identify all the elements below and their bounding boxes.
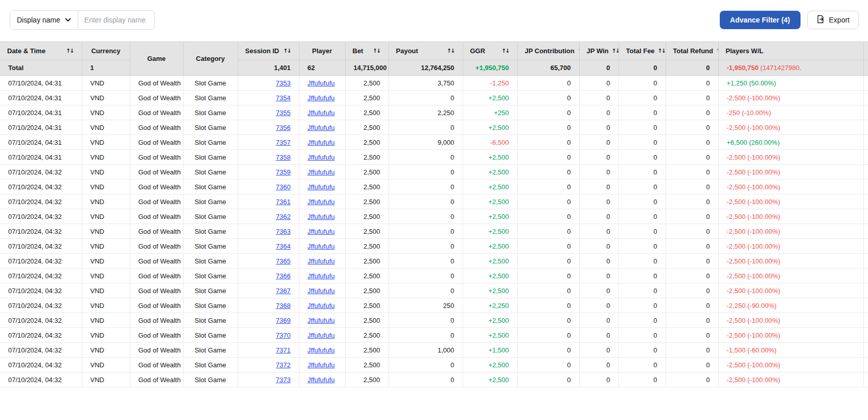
display-name-input[interactable] (84, 16, 155, 24)
scrollbar-gutter (863, 180, 868, 194)
session_id-link[interactable]: 7364 (276, 242, 291, 250)
cell-jp_win: 0 (579, 254, 619, 269)
cell-currency: VND (82, 372, 130, 387)
player-link[interactable]: Jffufufufu (308, 94, 335, 102)
player-link[interactable]: Jffufufufu (308, 317, 335, 324)
player-link[interactable]: Jffufufufu (308, 213, 335, 220)
cell-jp_contribution: 0 (517, 372, 579, 387)
session_id-link[interactable]: 7367 (276, 287, 291, 295)
player-link[interactable]: Jffufufufu (308, 361, 335, 369)
column-header-datetime[interactable]: Date & Time↑↓ (0, 42, 82, 60)
player-link[interactable]: Jffufufufu (308, 346, 335, 354)
cell-ggr: +2,500 (463, 194, 517, 209)
player-link[interactable]: Jffufufufu (308, 168, 335, 176)
total-total-fee: 0 (619, 60, 666, 76)
display-name-dropdown[interactable]: Display name (10, 11, 78, 29)
column-header-total-fee[interactable]: Total Fee↑↓ (619, 42, 666, 60)
cell-category: Slot Game (183, 313, 238, 328)
player-link[interactable]: Jffufufufu (308, 79, 335, 87)
player-link[interactable]: Jffufufufu (308, 257, 335, 265)
player-link[interactable]: Jffufufufu (308, 376, 335, 384)
session_id-link[interactable]: 7356 (276, 124, 291, 131)
sessions-table: Date & Time↑↓ Currency Game Category Ses… (0, 41, 868, 387)
session_id-link[interactable]: 7359 (276, 168, 291, 176)
session_id-link[interactable]: 7360 (276, 183, 291, 191)
cell-game: God of Wealth (130, 239, 183, 254)
total-currency: 1 (82, 60, 130, 76)
column-header-session-id[interactable]: Session ID↑↓ (238, 42, 299, 60)
player-link[interactable]: Jffufufufu (308, 139, 335, 146)
cell-total_refund: 0 (666, 283, 718, 298)
session_id-link[interactable]: 7365 (276, 257, 291, 265)
cell-jp_contribution: 0 (517, 283, 579, 298)
sort-icon: ↑↓ (283, 48, 291, 54)
cell-ggr: +2,500 (463, 209, 517, 224)
cell-jp_contribution: 0 (517, 224, 579, 239)
session_id-link[interactable]: 7371 (276, 346, 291, 354)
session_id-link[interactable]: 7355 (276, 109, 291, 117)
session_id-link[interactable]: 7362 (276, 213, 291, 220)
cell-category: Slot Game (183, 239, 238, 254)
player-link[interactable]: Jffufufufu (308, 109, 335, 117)
session_id-link[interactable]: 7370 (276, 331, 291, 339)
cell-game: God of Wealth (130, 180, 183, 194)
player-link[interactable]: Jffufufufu (308, 287, 335, 295)
cell-players_wl: -1,500 (-60.00%) (718, 343, 863, 358)
cell-currency: VND (82, 254, 130, 269)
cell-player: Jffufufufu (299, 298, 345, 313)
cell-bet: 2,500 (345, 120, 389, 135)
session_id-link[interactable]: 7354 (276, 94, 291, 102)
session_id-link[interactable]: 7358 (276, 153, 291, 161)
column-header-bet[interactable]: Bet↑↓ (345, 42, 389, 60)
player-link[interactable]: Jffufufufu (308, 331, 335, 339)
cell-bet: 2,500 (345, 209, 389, 224)
session_id-link[interactable]: 7366 (276, 272, 291, 280)
scrollbar-gutter (863, 42, 868, 60)
cell-category: Slot Game (183, 135, 238, 150)
cell-datetime: 07/10/2024, 04:31 (0, 105, 82, 120)
cell-game: God of Wealth (130, 91, 183, 105)
player-link[interactable]: Jffufufufu (308, 302, 335, 310)
player-link[interactable]: Jffufufufu (308, 153, 335, 161)
table-row: 07/10/2024, 04:31VNDGod of WealthSlot Ga… (0, 135, 868, 150)
session_id-link[interactable]: 7372 (276, 361, 291, 369)
session_id-link[interactable]: 7369 (276, 317, 291, 324)
column-header-payout[interactable]: Payout↑↓ (389, 42, 463, 60)
cell-bet: 2,500 (345, 283, 389, 298)
cell-ggr: +1,500 (463, 343, 517, 358)
player-link[interactable]: Jffufufufu (308, 242, 335, 250)
column-header-total-refund[interactable]: Total Refund↑↓ (666, 42, 718, 60)
player-link[interactable]: Jffufufufu (308, 124, 335, 131)
scrollbar-gutter (863, 105, 868, 120)
session_id-link[interactable]: 7368 (276, 302, 291, 310)
session_id-link[interactable]: 7353 (276, 79, 291, 87)
column-header-player: Player (299, 42, 345, 60)
column-header-jp-win[interactable]: JP Win↑↓ (579, 42, 619, 60)
player-link[interactable]: Jffufufufu (308, 198, 335, 206)
session_id-link[interactable]: 7373 (276, 376, 291, 384)
cell-jp_win: 0 (579, 194, 619, 209)
advance-filter-button[interactable]: Advance Filter (4) (720, 11, 800, 29)
cell-payout: 0 (389, 358, 463, 372)
player-link[interactable]: Jffufufufu (308, 228, 335, 235)
cell-total_refund: 0 (666, 91, 718, 105)
session_id-link[interactable]: 7357 (276, 139, 291, 146)
cell-category: Slot Game (183, 180, 238, 194)
cell-payout: 0 (389, 194, 463, 209)
cell-game: God of Wealth (130, 120, 183, 135)
column-header-ggr[interactable]: GGR↑↓ (463, 42, 517, 60)
cell-player: Jffufufufu (299, 313, 345, 328)
export-button[interactable]: Export (807, 11, 859, 29)
sort-icon: ↑↓ (66, 48, 74, 54)
session_id-link[interactable]: 7363 (276, 228, 291, 235)
player-link[interactable]: Jffufufufu (308, 272, 335, 280)
column-header-jp-contribution[interactable]: JP Contribution↑↓ (517, 42, 579, 60)
table-row: 07/10/2024, 04:31VNDGod of WealthSlot Ga… (0, 120, 868, 135)
cell-category: Slot Game (183, 91, 238, 105)
total-session-id: 1,401 (238, 60, 299, 76)
cell-total_refund: 0 (666, 372, 718, 387)
player-link[interactable]: Jffufufufu (308, 183, 335, 191)
total-player: 62 (299, 60, 345, 76)
session_id-link[interactable]: 7361 (276, 198, 291, 206)
cell-jp_contribution: 0 (517, 358, 579, 372)
